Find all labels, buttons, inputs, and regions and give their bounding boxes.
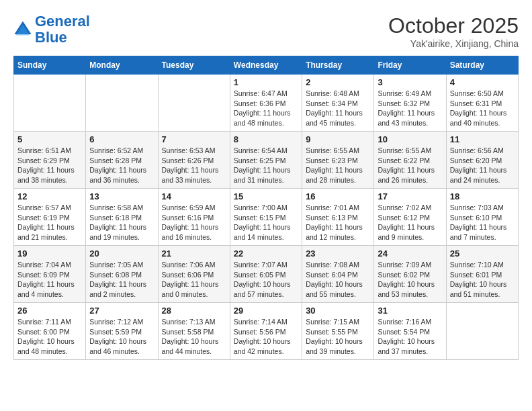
day-info: Sunrise: 7:01 AM Sunset: 6:13 PM Dayligh… bbox=[306, 203, 370, 242]
day-info: Sunrise: 7:04 AM Sunset: 6:09 PM Dayligh… bbox=[17, 260, 82, 300]
calendar-cell: 11Sunrise: 6:56 AM Sunset: 6:20 PM Dayli… bbox=[446, 132, 518, 189]
calendar-table: SundayMondayTuesdayWednesdayThursdayFrid… bbox=[13, 56, 519, 360]
day-number: 18 bbox=[450, 191, 515, 201]
day-number: 19 bbox=[17, 248, 82, 259]
day-number: 13 bbox=[89, 191, 154, 201]
calendar-cell: 1Sunrise: 6:47 AM Sunset: 6:36 PM Daylig… bbox=[230, 75, 302, 132]
day-info: Sunrise: 7:05 AM Sunset: 6:08 PM Dayligh… bbox=[89, 260, 154, 300]
day-number: 26 bbox=[17, 306, 82, 316]
day-number: 9 bbox=[306, 134, 370, 144]
day-number: 22 bbox=[234, 248, 298, 259]
calendar-cell: 21Sunrise: 7:06 AM Sunset: 6:06 PM Dayli… bbox=[158, 246, 230, 303]
day-info: Sunrise: 7:00 AM Sunset: 6:15 PM Dayligh… bbox=[234, 203, 298, 242]
calendar-cell: 24Sunrise: 7:09 AM Sunset: 6:02 PM Dayli… bbox=[374, 246, 446, 303]
week-row-1: 1Sunrise: 6:47 AM Sunset: 6:36 PM Daylig… bbox=[14, 75, 519, 132]
calendar-cell bbox=[446, 303, 518, 360]
calendar-cell: 18Sunrise: 7:03 AM Sunset: 6:10 PM Dayli… bbox=[446, 189, 518, 246]
logo: General Blue bbox=[13, 13, 90, 46]
day-number: 30 bbox=[306, 306, 370, 316]
day-header-friday: Friday bbox=[374, 56, 446, 75]
day-info: Sunrise: 6:52 AM Sunset: 6:28 PM Dayligh… bbox=[89, 146, 154, 185]
day-info: Sunrise: 6:49 AM Sunset: 6:32 PM Dayligh… bbox=[378, 89, 442, 128]
day-info: Sunrise: 6:54 AM Sunset: 6:25 PM Dayligh… bbox=[234, 146, 298, 185]
day-info: Sunrise: 7:06 AM Sunset: 6:06 PM Dayligh… bbox=[162, 260, 226, 300]
calendar-cell: 17Sunrise: 7:02 AM Sunset: 6:12 PM Dayli… bbox=[374, 189, 446, 246]
calendar-cell: 13Sunrise: 6:58 AM Sunset: 6:18 PM Dayli… bbox=[86, 189, 158, 246]
calendar-cell: 7Sunrise: 6:53 AM Sunset: 6:26 PM Daylig… bbox=[158, 132, 230, 189]
day-number: 3 bbox=[378, 77, 442, 87]
day-info: Sunrise: 7:11 AM Sunset: 6:00 PM Dayligh… bbox=[17, 317, 82, 357]
day-number: 17 bbox=[378, 191, 442, 201]
day-info: Sunrise: 7:02 AM Sunset: 6:12 PM Dayligh… bbox=[378, 203, 442, 242]
day-header-sunday: Sunday bbox=[14, 56, 86, 75]
day-header-monday: Monday bbox=[86, 56, 158, 75]
day-info: Sunrise: 6:57 AM Sunset: 6:19 PM Dayligh… bbox=[17, 203, 82, 242]
calendar-cell: 14Sunrise: 6:59 AM Sunset: 6:16 PM Dayli… bbox=[158, 189, 230, 246]
day-number: 16 bbox=[306, 191, 370, 201]
week-row-4: 19Sunrise: 7:04 AM Sunset: 6:09 PM Dayli… bbox=[14, 246, 519, 303]
calendar-cell: 19Sunrise: 7:04 AM Sunset: 6:09 PM Dayli… bbox=[14, 246, 86, 303]
calendar-cell: 12Sunrise: 6:57 AM Sunset: 6:19 PM Dayli… bbox=[14, 189, 86, 246]
day-header-saturday: Saturday bbox=[446, 56, 518, 75]
calendar-cell: 20Sunrise: 7:05 AM Sunset: 6:08 PM Dayli… bbox=[86, 246, 158, 303]
title-block: October 2025 Yak'airike, Xinjiang, China bbox=[388, 13, 519, 49]
day-info: Sunrise: 6:59 AM Sunset: 6:16 PM Dayligh… bbox=[162, 203, 226, 242]
day-info: Sunrise: 6:53 AM Sunset: 6:26 PM Dayligh… bbox=[162, 146, 226, 185]
day-number: 25 bbox=[450, 248, 515, 259]
week-row-2: 5Sunrise: 6:51 AM Sunset: 6:29 PM Daylig… bbox=[14, 132, 519, 189]
day-info: Sunrise: 7:15 AM Sunset: 5:55 PM Dayligh… bbox=[306, 317, 370, 357]
day-number: 7 bbox=[162, 134, 226, 144]
calendar-cell: 16Sunrise: 7:01 AM Sunset: 6:13 PM Dayli… bbox=[302, 189, 374, 246]
day-number: 27 bbox=[89, 306, 154, 316]
week-row-5: 26Sunrise: 7:11 AM Sunset: 6:00 PM Dayli… bbox=[14, 303, 519, 360]
day-number: 24 bbox=[378, 248, 442, 259]
day-info: Sunrise: 7:13 AM Sunset: 5:58 PM Dayligh… bbox=[162, 317, 226, 357]
day-number: 10 bbox=[378, 134, 442, 144]
calendar-cell: 15Sunrise: 7:00 AM Sunset: 6:15 PM Dayli… bbox=[230, 189, 302, 246]
calendar-cell: 26Sunrise: 7:11 AM Sunset: 6:00 PM Dayli… bbox=[14, 303, 86, 360]
calendar-cell: 5Sunrise: 6:51 AM Sunset: 6:29 PM Daylig… bbox=[14, 132, 86, 189]
day-header-wednesday: Wednesday bbox=[230, 56, 302, 75]
day-info: Sunrise: 7:07 AM Sunset: 6:05 PM Dayligh… bbox=[234, 260, 298, 300]
day-info: Sunrise: 6:50 AM Sunset: 6:31 PM Dayligh… bbox=[450, 89, 515, 128]
day-number: 21 bbox=[162, 248, 226, 259]
day-number: 4 bbox=[450, 77, 515, 87]
week-row-3: 12Sunrise: 6:57 AM Sunset: 6:19 PM Dayli… bbox=[14, 189, 519, 246]
calendar-cell: 31Sunrise: 7:16 AM Sunset: 5:54 PM Dayli… bbox=[374, 303, 446, 360]
day-info: Sunrise: 7:12 AM Sunset: 5:59 PM Dayligh… bbox=[89, 317, 154, 357]
calendar-cell bbox=[14, 75, 86, 132]
day-info: Sunrise: 6:51 AM Sunset: 6:29 PM Dayligh… bbox=[17, 146, 82, 185]
day-number: 12 bbox=[17, 191, 82, 201]
logo-text: General Blue bbox=[35, 13, 90, 46]
calendar-cell: 29Sunrise: 7:14 AM Sunset: 5:56 PM Dayli… bbox=[230, 303, 302, 360]
day-number: 28 bbox=[162, 306, 226, 316]
calendar-cell: 30Sunrise: 7:15 AM Sunset: 5:55 PM Dayli… bbox=[302, 303, 374, 360]
location-subtitle: Yak'airike, Xinjiang, China bbox=[388, 38, 519, 49]
month-title: October 2025 bbox=[388, 13, 519, 38]
day-number: 23 bbox=[306, 248, 370, 259]
day-header-thursday: Thursday bbox=[302, 56, 374, 75]
calendar-cell: 8Sunrise: 6:54 AM Sunset: 6:25 PM Daylig… bbox=[230, 132, 302, 189]
calendar-cell: 27Sunrise: 7:12 AM Sunset: 5:59 PM Dayli… bbox=[86, 303, 158, 360]
day-number: 5 bbox=[17, 134, 82, 144]
day-info: Sunrise: 6:48 AM Sunset: 6:34 PM Dayligh… bbox=[306, 89, 370, 128]
calendar-cell: 3Sunrise: 6:49 AM Sunset: 6:32 PM Daylig… bbox=[374, 75, 446, 132]
calendar-cell: 25Sunrise: 7:10 AM Sunset: 6:01 PM Dayli… bbox=[446, 246, 518, 303]
day-info: Sunrise: 7:09 AM Sunset: 6:02 PM Dayligh… bbox=[378, 260, 442, 300]
calendar-cell: 2Sunrise: 6:48 AM Sunset: 6:34 PM Daylig… bbox=[302, 75, 374, 132]
day-number: 14 bbox=[162, 191, 226, 201]
calendar-cell bbox=[158, 75, 230, 132]
day-info: Sunrise: 7:08 AM Sunset: 6:04 PM Dayligh… bbox=[306, 260, 370, 300]
day-number: 20 bbox=[89, 248, 154, 259]
calendar-cell bbox=[86, 75, 158, 132]
day-info: Sunrise: 7:14 AM Sunset: 5:56 PM Dayligh… bbox=[234, 317, 298, 357]
day-number: 29 bbox=[234, 306, 298, 316]
day-info: Sunrise: 6:55 AM Sunset: 6:22 PM Dayligh… bbox=[378, 146, 442, 185]
day-info: Sunrise: 6:47 AM Sunset: 6:36 PM Dayligh… bbox=[234, 89, 298, 128]
day-info: Sunrise: 6:56 AM Sunset: 6:20 PM Dayligh… bbox=[450, 146, 515, 185]
calendar-header-row: SundayMondayTuesdayWednesdayThursdayFrid… bbox=[14, 56, 519, 75]
calendar-cell: 6Sunrise: 6:52 AM Sunset: 6:28 PM Daylig… bbox=[86, 132, 158, 189]
day-info: Sunrise: 7:10 AM Sunset: 6:01 PM Dayligh… bbox=[450, 260, 515, 300]
day-number: 1 bbox=[234, 77, 298, 87]
page-header: General Blue October 2025 Yak'airike, Xi… bbox=[13, 13, 519, 49]
